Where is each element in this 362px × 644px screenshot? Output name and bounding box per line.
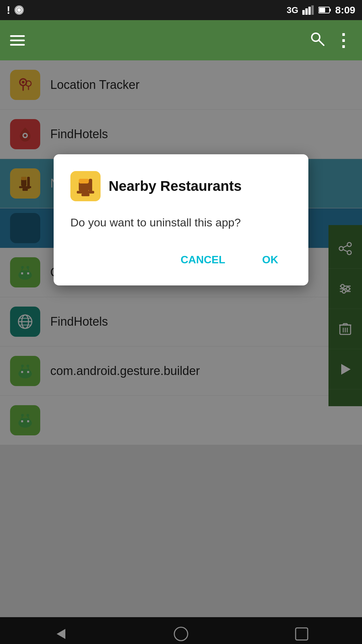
svg-rect-7	[319, 8, 325, 12]
svg-rect-2	[302, 10, 305, 15]
dialog-title: Nearby Restaurants	[109, 178, 242, 194]
dialog-buttons: CANCEL OK	[70, 248, 292, 272]
svg-rect-4	[308, 7, 311, 15]
svg-rect-75	[77, 191, 94, 194]
notification-icon	[14, 5, 24, 15]
svg-line-10	[319, 41, 324, 45]
warning-icon: !	[7, 4, 10, 16]
uninstall-dialog: Nearby Restaurants Do you want to uninst…	[54, 154, 308, 285]
network-indicator: 3G	[287, 5, 298, 15]
svg-rect-73	[79, 179, 89, 183]
dialog-header: Nearby Restaurants	[70, 171, 292, 201]
status-left: !	[7, 4, 24, 16]
more-options-icon[interactable]: ⋮	[335, 34, 352, 46]
time-display: 8:09	[335, 4, 355, 16]
menu-button[interactable]	[10, 35, 25, 46]
battery-icon	[318, 6, 331, 14]
ok-button[interactable]: OK	[249, 248, 292, 272]
dialog-message: Do you want to uninstall this app?	[70, 215, 292, 231]
svg-rect-76	[81, 194, 89, 196]
dialog-overlay: Nearby Restaurants Do you want to uninst…	[0, 60, 362, 644]
status-bar: ! 3G 8:09	[0, 0, 362, 20]
cancel-button[interactable]: CANCEL	[167, 248, 239, 272]
svg-rect-3	[305, 8, 308, 15]
search-icon[interactable]	[310, 31, 324, 49]
dialog-app-icon	[70, 171, 101, 201]
status-right: 3G 8:09	[287, 4, 355, 16]
toolbar-actions: ⋮	[310, 31, 352, 49]
svg-point-9	[312, 33, 320, 41]
svg-rect-8	[329, 9, 331, 11]
signal-icon	[302, 5, 314, 15]
svg-rect-5	[311, 5, 314, 15]
main-area: Location Tracker FindHotels	[0, 60, 362, 644]
toolbar: ⋮	[0, 20, 362, 60]
svg-point-1	[17, 8, 21, 12]
